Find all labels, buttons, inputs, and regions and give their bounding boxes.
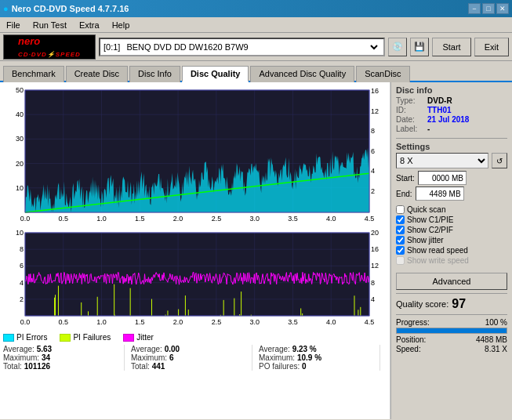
show-read-speed-checkbox[interactable] <box>396 246 405 255</box>
checkboxes-section: Quick scan Show C1/PIE Show C2/PIF Show … <box>396 205 507 265</box>
menu-help[interactable]: Help <box>109 19 133 31</box>
pif-max-value: 6 <box>169 353 174 362</box>
disc-type-key: Type: <box>396 96 426 105</box>
show-write-speed-label: Show write speed <box>407 256 469 265</box>
pif-stats: Average: 0.00 Maximum: 6 Total: 441 <box>131 345 252 371</box>
disc-label-row: Label: - <box>396 125 507 133</box>
start-mb-label: Start: <box>396 174 415 183</box>
pie-max-value: 34 <box>42 353 50 362</box>
minimize-button[interactable]: − <box>468 3 481 14</box>
quick-scan-row: Quick scan <box>396 205 507 214</box>
toolbar: nero CD·DVD⚡SPEED [0:1] BENQ DVD DD DW16… <box>0 33 512 61</box>
speed-select[interactable]: 8 X 4 X Max <box>396 153 488 168</box>
divider-3 <box>396 314 507 315</box>
show-write-speed-row: Show write speed <box>396 256 507 265</box>
tab-advanced-disc-quality[interactable]: Advanced Disc Quality <box>250 66 354 82</box>
titlebar: ● Nero CD-DVD Speed 4.7.7.16 − □ ✕ <box>0 0 512 17</box>
menu-extra[interactable]: Extra <box>76 19 103 31</box>
save-button[interactable]: 💾 <box>410 38 429 56</box>
progress-row: Progress: 100 % <box>396 318 507 327</box>
pie-avg-label: Average: <box>3 345 34 353</box>
progress-bar-inner <box>397 328 507 333</box>
speed-label: Speed: <box>396 345 421 353</box>
titlebar-left: ● Nero CD-DVD Speed 4.7.7.16 <box>3 4 129 13</box>
chart-legend: PI Errors PI Failures Jitter <box>3 330 387 343</box>
pi-errors-label: PI Errors <box>16 333 47 342</box>
drive-selector-container: [0:1] BENQ DVD DD DW1620 B7W9 <box>99 38 385 56</box>
refresh-button[interactable]: ↺ <box>492 153 507 168</box>
pie-stats: Average: 5.63 Maximum: 34 Total: 101126 <box>3 345 125 371</box>
quick-scan-checkbox[interactable] <box>396 205 405 214</box>
menu-file[interactable]: File <box>3 19 24 31</box>
end-mb-label: End: <box>396 190 412 198</box>
disc-info-title: Disc info <box>396 85 507 95</box>
jitter-avg-label: Average: <box>259 345 290 353</box>
pie-avg-value: 5.63 <box>37 345 52 353</box>
po-value: 0 <box>302 362 307 371</box>
pi-failures-color <box>60 334 71 342</box>
start-mb-input[interactable] <box>418 171 467 185</box>
show-c2pif-row: Show C2/PIF <box>396 226 507 234</box>
show-jitter-checkbox[interactable] <box>396 236 405 244</box>
jitter-label: Jitter <box>136 333 154 342</box>
titlebar-controls: − □ ✕ <box>468 3 509 14</box>
show-jitter-row: Show jitter <box>396 236 507 244</box>
legend-pi-failures: PI Failures <box>60 333 111 342</box>
disc-icon-button[interactable]: 💿 <box>388 38 407 56</box>
disc-id-row: ID: TTH01 <box>396 106 507 114</box>
disc-id-value: TTH01 <box>427 106 452 114</box>
show-c1pie-label: Show C1/PIE <box>407 215 453 224</box>
speed-value: 8.31 X <box>485 345 507 353</box>
position-value: 4488 MB <box>476 335 507 344</box>
maximize-button[interactable]: □ <box>482 3 495 14</box>
disc-date-key: Date: <box>396 115 426 124</box>
chart-area: PI Errors PI Failures Jitter Average: 5.… <box>0 82 390 419</box>
jitter-stats: Average: 9.23 % Maximum: 10.9 % PO failu… <box>259 345 380 371</box>
advanced-button[interactable]: Advanced <box>396 273 507 290</box>
show-jitter-label: Show jitter <box>407 236 444 244</box>
close-button[interactable]: ✕ <box>496 3 509 14</box>
start-button[interactable]: Start <box>432 38 470 56</box>
stats-row: Average: 5.63 Maximum: 34 Total: 101126 … <box>3 343 387 372</box>
tab-create-disc[interactable]: Create Disc <box>66 66 128 82</box>
right-panel: Disc info Type: DVD-R ID: TTH01 Date: 21… <box>390 82 512 419</box>
app-icon: ● <box>3 4 9 13</box>
disc-id-key: ID: <box>396 106 426 114</box>
quality-score: 97 <box>452 297 466 311</box>
end-mb-input[interactable] <box>416 186 464 201</box>
exit-button[interactable]: Exit <box>474 38 509 56</box>
tab-disc-quality[interactable]: Disc Quality <box>182 66 249 82</box>
position-row: Position: 4488 MB <box>396 335 507 344</box>
pie-max-label: Maximum: <box>3 353 39 362</box>
progress-label: Progress: <box>396 318 430 327</box>
legend-pi-errors: PI Errors <box>3 333 47 342</box>
drive-select[interactable]: BENQ DVD DD DW1620 B7W9 <box>123 42 380 52</box>
tab-scandisc[interactable]: ScanDisc <box>356 66 409 82</box>
disc-type-row: Type: DVD-R <box>396 96 507 105</box>
divider-2 <box>396 293 507 294</box>
quality-label: Quality score: <box>396 299 448 309</box>
tab-disc-info[interactable]: Disc Info <box>129 66 180 82</box>
pie-total-value: 101126 <box>24 362 50 371</box>
nero-logo: nero CD·DVD⚡SPEED <box>3 34 96 60</box>
tab-benchmark[interactable]: Benchmark <box>3 66 64 82</box>
progress-value: 100 % <box>485 318 507 327</box>
top-chart <box>3 85 387 226</box>
tab-bar: Benchmark Create Disc Disc Info Disc Qua… <box>0 61 512 82</box>
disc-info-section: Disc info Type: DVD-R ID: TTH01 Date: 21… <box>396 85 507 133</box>
menu-run-test[interactable]: Run Test <box>30 19 70 31</box>
pif-avg-value: 0.00 <box>165 345 180 353</box>
jitter-color <box>123 334 134 342</box>
speed-row-progress: Speed: 8.31 X <box>396 345 507 353</box>
show-c2pif-label: Show C2/PIF <box>407 226 453 234</box>
show-c1pie-checkbox[interactable] <box>396 215 405 224</box>
divider-1 <box>396 138 507 139</box>
main-content: PI Errors PI Failures Jitter Average: 5.… <box>0 82 512 419</box>
position-label: Position: <box>396 335 426 344</box>
quick-scan-label: Quick scan <box>407 205 445 214</box>
settings-section: Settings 8 X 4 X Max ↺ Start: End: <box>396 142 507 201</box>
disc-label-value: - <box>427 125 430 133</box>
legend-jitter: Jitter <box>123 333 154 342</box>
show-read-speed-row: Show read speed <box>396 246 507 255</box>
show-c2pif-checkbox[interactable] <box>396 226 405 234</box>
